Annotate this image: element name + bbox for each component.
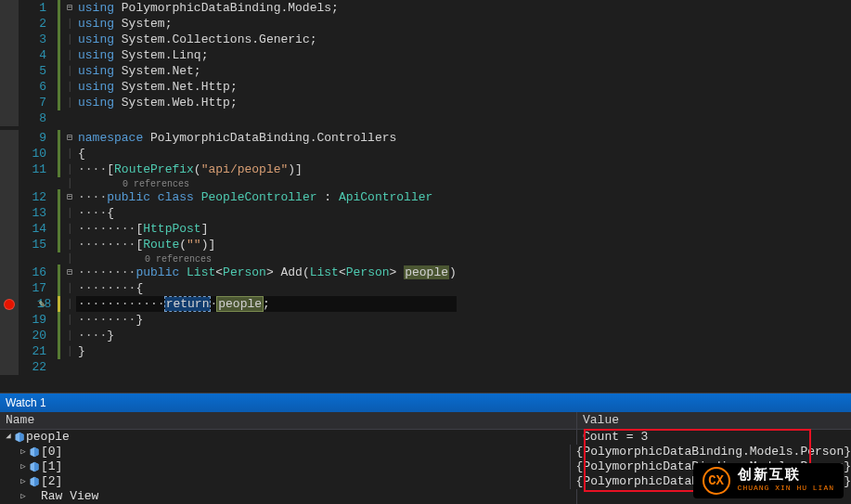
code-text[interactable]: ····[RoutePrefix("api/people")] <box>76 162 457 177</box>
code-line[interactable]: 7│using System.Web.Http; <box>0 95 457 110</box>
code-text[interactable]: ············return·people; <box>76 296 457 312</box>
fold-toggle: │ <box>63 177 76 189</box>
change-mark <box>56 162 63 177</box>
line-number: 6 <box>19 79 56 95</box>
codelens-hint[interactable]: 0 references <box>78 179 189 189</box>
fold-toggle[interactable]: ⊟ <box>63 0 76 16</box>
expand-toggle[interactable]: ▷ <box>19 459 28 474</box>
code-line[interactable]: 12⊟····public class PeopleController : A… <box>0 189 457 205</box>
code-line[interactable]: 22 <box>0 359 457 375</box>
code-text[interactable]: using System.Web.Http; <box>76 95 457 110</box>
breakpoint-gutter[interactable] <box>0 280 19 296</box>
breakpoint-gutter[interactable] <box>0 110 19 126</box>
watch-name: [0] <box>41 445 62 459</box>
expand-toggle[interactable]: ▷ <box>19 489 28 504</box>
watch-title[interactable]: Watch 1 <box>0 394 851 412</box>
code-line[interactable]: 16⊟········public List<Person> Add(List<… <box>0 265 457 280</box>
code-line[interactable]: 6│using System.Net.Http; <box>0 79 457 95</box>
breakpoint-gutter[interactable] <box>0 328 19 343</box>
code-text[interactable]: { <box>76 146 457 162</box>
code-line[interactable]: 2│using System; <box>0 16 457 32</box>
code-line[interactable]: 13│····{ <box>0 205 457 221</box>
code-text[interactable]: ········[HttpPost] <box>76 221 457 237</box>
watch-child-row[interactable]: ▷ [0]{PolymorphicDataBinding.Models.Pers… <box>0 445 851 459</box>
code-text[interactable]: using System; <box>76 16 457 32</box>
breakpoint-gutter[interactable] <box>0 63 19 79</box>
fold-toggle[interactable]: ⊟ <box>63 189 76 205</box>
code-text[interactable]: ····{ <box>76 205 457 221</box>
code-line[interactable]: 5│using System.Net; <box>0 63 457 79</box>
breakpoint-icon[interactable] <box>4 299 15 310</box>
change-mark <box>56 47 63 63</box>
code-text[interactable]: ········public List<Person> Add(List<Per… <box>76 265 457 280</box>
breakpoint-gutter[interactable] <box>0 265 19 280</box>
code-text[interactable]: ····} <box>76 328 457 343</box>
fold-toggle[interactable]: ⊟ <box>63 265 76 280</box>
code-text[interactable]: ····public class PeopleController : ApiC… <box>76 189 457 205</box>
breakpoint-gutter[interactable] <box>0 221 19 237</box>
code-line[interactable]: 10│{ <box>0 146 457 162</box>
code-line[interactable]: │ 0 references <box>0 252 457 265</box>
breakpoint-gutter[interactable] <box>0 359 19 375</box>
code-text[interactable]: 0 references <box>76 177 457 189</box>
code-text[interactable]: ········[Route("")] <box>76 237 457 252</box>
breakpoint-gutter[interactable] <box>0 312 19 328</box>
breakpoint-gutter[interactable] <box>0 16 19 32</box>
code-text[interactable] <box>76 110 457 126</box>
watch-window: Watch 1 Name Value ◢ peopleCount = 3▷ [0… <box>0 393 851 504</box>
code-line[interactable]: 15│········[Route("")] <box>0 237 457 252</box>
code-text[interactable]: } <box>76 343 457 359</box>
expand-toggle[interactable]: ▷ <box>19 445 28 459</box>
code-line[interactable]: │ 0 references <box>0 177 457 189</box>
col-value-header[interactable]: Value <box>577 412 851 429</box>
breakpoint-gutter[interactable] <box>0 47 19 63</box>
breakpoint-gutter[interactable] <box>0 95 19 110</box>
breakpoint-gutter[interactable] <box>0 205 19 221</box>
code-line[interactable]: 4│using System.Linq; <box>0 47 457 63</box>
line-number: 14 <box>19 221 56 237</box>
code-line[interactable]: 8 <box>0 110 457 126</box>
breakpoint-gutter[interactable] <box>0 177 19 189</box>
code-line[interactable]: 21│} <box>0 343 457 359</box>
fold-toggle: │ <box>63 205 76 221</box>
code-text[interactable]: using System.Net.Http; <box>76 79 457 95</box>
codelens-hint[interactable]: 0 references <box>78 254 212 265</box>
logo-text-sub: CHUANG XIN HU LIAN <box>738 485 834 493</box>
col-name-header[interactable]: Name <box>0 412 577 429</box>
watch-root-row[interactable]: ◢ peopleCount = 3 <box>0 430 851 445</box>
code-editor[interactable]: 1⊟using PolymorphicDataBinding.Models;2│… <box>0 0 851 393</box>
breakpoint-gutter[interactable] <box>0 130 19 146</box>
code-text[interactable] <box>76 359 457 375</box>
breakpoint-gutter[interactable] <box>0 296 19 312</box>
breakpoint-gutter[interactable] <box>0 343 19 359</box>
code-text[interactable]: 0 references <box>76 252 457 265</box>
expand-toggle[interactable]: ▷ <box>19 474 28 489</box>
code-text[interactable]: using PolymorphicDataBinding.Models; <box>76 0 457 16</box>
code-line[interactable]: 1⊟using PolymorphicDataBinding.Models; <box>0 0 457 16</box>
code-line[interactable]: 14│········[HttpPost] <box>0 221 457 237</box>
code-line[interactable]: 20│····} <box>0 328 457 343</box>
code-text[interactable]: using System.Collections.Generic; <box>76 32 457 47</box>
breakpoint-gutter[interactable] <box>0 237 19 252</box>
code-text[interactable]: namespace PolymorphicDataBinding.Control… <box>76 130 457 146</box>
fold-toggle: │ <box>63 252 76 265</box>
code-text[interactable]: ········} <box>76 312 457 328</box>
breakpoint-gutter[interactable] <box>0 162 19 177</box>
code-line[interactable]: 17│········{ <box>0 280 457 296</box>
code-line[interactable]: 19│········} <box>0 312 457 328</box>
code-text[interactable]: using System.Linq; <box>76 47 457 63</box>
fold-toggle[interactable]: ⊟ <box>63 130 76 146</box>
breakpoint-gutter[interactable] <box>0 189 19 205</box>
breakpoint-gutter[interactable] <box>0 32 19 47</box>
code-text[interactable]: ········{ <box>76 280 457 296</box>
breakpoint-gutter[interactable] <box>0 0 19 16</box>
code-text[interactable]: using System.Net; <box>76 63 457 79</box>
code-line[interactable]: 11│····[RoutePrefix("api/people")] <box>0 162 457 177</box>
code-line[interactable]: 18✎│············return·people; <box>0 296 457 312</box>
breakpoint-gutter[interactable] <box>0 79 19 95</box>
expand-toggle[interactable]: ◢ <box>4 429 13 444</box>
breakpoint-gutter[interactable] <box>0 252 19 265</box>
breakpoint-gutter[interactable] <box>0 146 19 162</box>
code-line[interactable]: 3│using System.Collections.Generic; <box>0 32 457 47</box>
code-line[interactable]: 9⊟namespace PolymorphicDataBinding.Contr… <box>0 130 457 146</box>
